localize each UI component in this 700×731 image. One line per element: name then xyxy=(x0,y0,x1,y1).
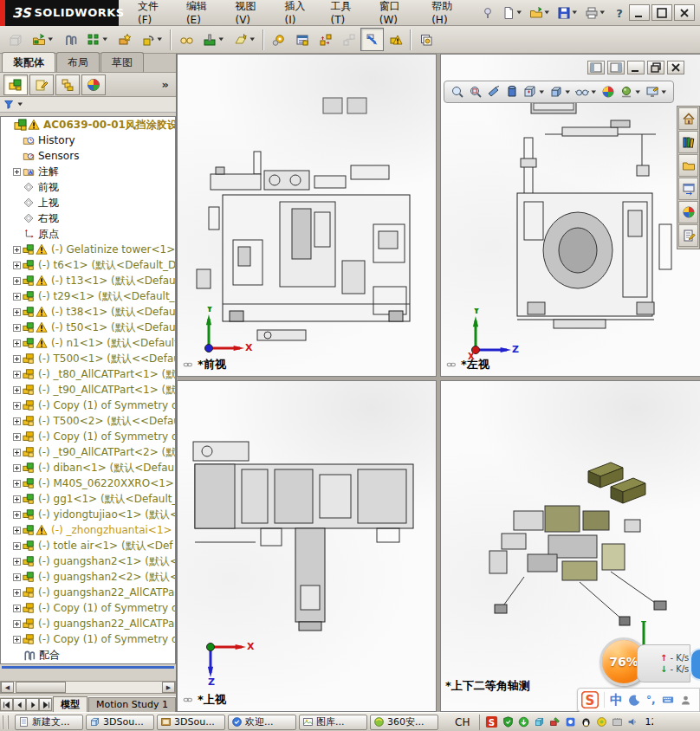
tab-motion-study[interactable]: Motion Study 1 xyxy=(88,697,176,712)
taskbar-button-5[interactable]: 360安... xyxy=(370,715,438,730)
nav-first-button[interactable] xyxy=(0,698,13,711)
view-settings-button[interactable] xyxy=(645,84,668,100)
expand-toggle[interactable] xyxy=(11,511,23,519)
tree-item-23[interactable]: (-) M40S_06220XXRO<1> (默认 xyxy=(1,475,175,491)
scroll-right-button[interactable]: ▶ xyxy=(162,682,175,693)
taskbar-button-2[interactable]: 3DSou... xyxy=(157,715,225,730)
expand-toggle[interactable] xyxy=(11,402,23,410)
expand-toggle[interactable] xyxy=(11,495,23,503)
menu-item-4[interactable]: 工具(T) xyxy=(322,0,371,29)
language-indicator[interactable]: CH xyxy=(448,716,476,728)
viewport-top[interactable]: *上视XZ xyxy=(177,380,437,712)
child-split-right-button[interactable] xyxy=(607,61,625,74)
expand-toggle[interactable] xyxy=(11,542,23,550)
tray-ball-yellow-icon[interactable] xyxy=(596,716,607,728)
tree-item-3[interactable]: A注解 xyxy=(1,164,175,179)
tree-item-14[interactable]: (-) n1<1> (默认<Default xyxy=(1,335,175,351)
expand-toggle[interactable] xyxy=(11,527,23,534)
menu-item-3[interactable]: 插入(I) xyxy=(276,0,322,29)
tree-item-30[interactable]: (-) guangshan22_AllCATPart xyxy=(1,585,175,600)
tree-item-8[interactable]: (-) Gelatinize tower<1> xyxy=(1,242,175,257)
taskbar-button-3[interactable]: 欢迎... xyxy=(228,715,296,730)
edit-appearance-button[interactable] xyxy=(600,84,616,100)
tree-horizontal-scrollbar[interactable]: ◀▶ xyxy=(0,681,176,694)
tree-item-16[interactable]: (-) _t80_AllCATPart<1> (默 xyxy=(1,366,175,382)
display-manager-tab[interactable] xyxy=(81,74,106,95)
child-minimize-button[interactable] xyxy=(627,61,645,74)
mate-button[interactable] xyxy=(58,28,81,51)
tab-model[interactable]: 模型 xyxy=(53,696,88,713)
file-explorer-button[interactable] xyxy=(678,154,698,177)
expand-toggle[interactable] xyxy=(11,620,23,628)
menu-item-0[interactable]: 文件(F) xyxy=(129,0,178,29)
chinese-mode-toggle[interactable]: 中 xyxy=(610,692,623,708)
scroll-left-button[interactable]: ◀ xyxy=(1,682,14,693)
menu-item-5[interactable]: 窗口(W) xyxy=(371,0,423,29)
tree-item-7[interactable]: 原点 xyxy=(1,226,175,242)
tree-filter-row[interactable] xyxy=(0,97,176,113)
expand-toggle[interactable] xyxy=(11,386,23,394)
view-palette-button[interactable] xyxy=(678,178,698,200)
new-document-button[interactable] xyxy=(499,3,525,23)
zoom-area-button[interactable] xyxy=(468,84,483,100)
zoom-to-selection-button[interactable] xyxy=(486,84,502,100)
move-component-button[interactable] xyxy=(136,28,167,51)
fullhalf-moon-icon[interactable] xyxy=(628,694,641,707)
tree-item-4[interactable]: 前视 xyxy=(1,179,175,195)
property-manager-tab[interactable] xyxy=(29,74,54,95)
apply-scene-button[interactable] xyxy=(619,84,642,100)
home-button[interactable] xyxy=(678,107,698,130)
tree-item-22[interactable]: (-) diban<1> (默认<Default xyxy=(1,460,175,475)
taskbar-button-4[interactable]: 图库... xyxy=(299,715,367,730)
tree-item-28[interactable]: (-) guangshan2<1> (默认<De xyxy=(1,553,175,569)
custom-properties-button[interactable] xyxy=(678,224,698,247)
expand-toggle[interactable] xyxy=(11,573,23,581)
tree-item-26[interactable]: (-) _zhongzhuantai<1> ( xyxy=(1,522,175,538)
child-close-button[interactable] xyxy=(667,61,684,74)
tree-item-0[interactable]: AC0639-00-01风挡涂胶设备 xyxy=(1,117,175,133)
menu-item-6[interactable]: 帮助(H) xyxy=(423,0,473,29)
pin-icon[interactable] xyxy=(478,3,497,23)
assembly-features-button[interactable] xyxy=(198,28,229,51)
display-style-button[interactable] xyxy=(548,84,572,100)
taskbar-button-1[interactable]: 3DSou... xyxy=(86,715,154,730)
nav-prev-button[interactable] xyxy=(13,698,26,711)
expand-toggle[interactable] xyxy=(11,277,23,285)
new-motion-study-button[interactable] xyxy=(267,28,290,51)
expand-toggle[interactable] xyxy=(11,246,23,254)
tray-app-blue-icon[interactable] xyxy=(565,716,576,728)
expand-toggle[interactable] xyxy=(11,308,23,316)
tray-shield-green-icon[interactable] xyxy=(502,716,514,728)
reference-geometry-button[interactable] xyxy=(229,28,260,51)
minimize-button[interactable] xyxy=(629,4,650,21)
menu-item-2[interactable]: 视图(V) xyxy=(226,0,275,29)
view-orientation-button[interactable] xyxy=(522,84,546,100)
tray-volume-icon[interactable] xyxy=(627,716,638,728)
tree-item-32[interactable]: (-) guangshan22_AllCATPart xyxy=(1,616,175,631)
tree-item-33[interactable]: (-) Copy (1) of Symmetry o xyxy=(1,631,175,647)
tree-item-17[interactable]: (-) _t90_AllCATPart<1> (默 xyxy=(1,382,175,398)
tree-item-27[interactable]: (-) totle air<1> (默认<Def xyxy=(1,538,175,553)
menu-item-1[interactable]: 编辑(E) xyxy=(178,0,227,29)
tray-qq-penguin-icon[interactable] xyxy=(580,716,592,728)
punctuation-toggle[interactable]: °, xyxy=(646,694,656,706)
close-button[interactable] xyxy=(674,4,695,21)
viewport-front[interactable]: *前视YX xyxy=(177,54,437,377)
child-split-left-button[interactable] xyxy=(587,61,605,74)
expand-toggle[interactable] xyxy=(11,168,23,176)
tray-tool-red-icon[interactable] xyxy=(549,716,561,728)
rollback-bar[interactable] xyxy=(2,666,174,669)
tree-item-1[interactable]: History xyxy=(1,133,175,148)
tree-item-12[interactable]: (-) t38<1> (默认<Defaul xyxy=(1,304,175,320)
tray-download-green-icon[interactable] xyxy=(518,716,529,728)
feature-manager-tree-tab[interactable] xyxy=(3,74,28,95)
tree-item-21[interactable]: (-) _t90_AllCATPart<2> (默 xyxy=(1,444,175,460)
tree-item-15[interactable]: (-) T500<1> (默认<<Default xyxy=(1,351,175,366)
tree-item-24[interactable]: (-) gg1<1> (默认<Default_I xyxy=(1,491,175,507)
exploded-view-button[interactable] xyxy=(314,28,337,51)
tree-item-18[interactable]: (-) Copy (1) of Symmetry o xyxy=(1,398,175,413)
child-restore-button[interactable] xyxy=(647,61,664,74)
large-design-review-button[interactable] xyxy=(360,28,384,51)
tree-item-29[interactable]: (-) guangshan2<2> (默认<De xyxy=(1,569,175,585)
tab-layout[interactable]: 布局 xyxy=(56,52,100,72)
